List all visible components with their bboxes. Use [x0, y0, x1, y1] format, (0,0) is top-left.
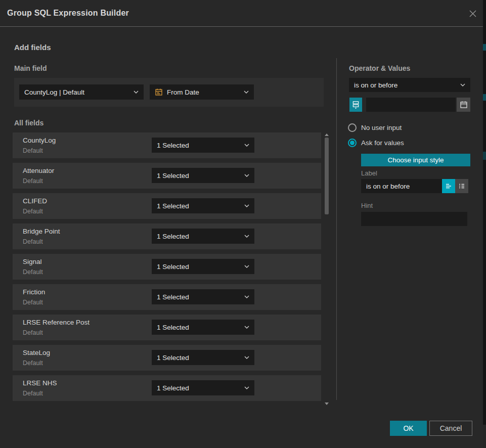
screen: Group SQL Expression Builder Add fields …: [0, 0, 486, 448]
background-fleck: [483, 94, 486, 101]
background-fleck: [483, 152, 486, 160]
date-picker-button[interactable]: [457, 98, 470, 112]
chevron-down-icon: [241, 204, 249, 207]
field-name: Bridge Point: [23, 228, 60, 235]
field-name: CountyLog: [23, 137, 56, 144]
field-row-lrse-nhs: LRSE NHS Default 1 Selected: [13, 375, 321, 401]
value-input[interactable]: [366, 98, 456, 112]
field-name: Attenuator: [23, 167, 54, 174]
scroll-down-arrow-icon[interactable]: [325, 402, 329, 405]
field-name: LRSE NHS: [23, 379, 57, 387]
field-sublabel: Default: [23, 147, 43, 154]
scrollbar-thumb[interactable]: [325, 138, 329, 214]
label-style-list-button[interactable]: [455, 179, 468, 193]
calendar-icon: [155, 88, 163, 96]
field-selection-select[interactable]: 1 Selected: [152, 229, 254, 244]
field-selection-select[interactable]: 1 Selected: [152, 168, 254, 183]
align-left-lines-icon: [445, 182, 453, 190]
field-name: Friction: [23, 288, 45, 296]
field-row-countylog: CountyLog Default 1 Selected: [13, 132, 321, 158]
field-sublabel: Default: [23, 268, 43, 276]
label-style-single-line-button[interactable]: [442, 179, 455, 193]
label-field-label: Label: [361, 169, 377, 177]
chevron-down-icon: [241, 235, 249, 238]
field-selection-select[interactable]: 1 Selected: [152, 320, 254, 335]
chevron-down-icon: [241, 174, 249, 177]
field-sublabel: Default: [23, 329, 43, 336]
close-icon: [469, 10, 477, 18]
background-fleck: [483, 44, 486, 51]
layer-select-value: CountyLog | Default: [24, 88, 84, 96]
field-name: StateLog: [23, 349, 50, 356]
selection-value: 1 Selected: [157, 354, 189, 362]
selection-value: 1 Selected: [157, 263, 189, 271]
dialog-title: Group SQL Expression Builder: [7, 9, 129, 18]
choose-input-style-button[interactable]: Choose input style: [361, 154, 470, 166]
radio-no-user-input[interactable]: No user input: [348, 123, 402, 132]
field-row-signal: Signal Default 1 Selected: [13, 254, 321, 280]
selection-value: 1 Selected: [157, 324, 189, 331]
calendar-icon: [460, 101, 468, 109]
radio-label: Ask for values: [361, 139, 404, 147]
field-row-statelog: StateLog Default 1 Selected: [13, 345, 321, 371]
chevron-down-icon: [241, 356, 249, 359]
main-field-label: Main field: [14, 64, 47, 72]
main-field-box: CountyLog | Default From Date: [14, 78, 324, 107]
titlebar: Group SQL Expression Builder: [0, 0, 483, 27]
radio-unselected-icon: [348, 123, 357, 132]
selection-value: 1 Selected: [157, 172, 189, 180]
chevron-down-icon: [241, 144, 249, 147]
field-name: LRSE Reference Post: [23, 319, 90, 326]
layer-select[interactable]: CountyLog | Default: [19, 84, 144, 100]
chevron-down-icon: [457, 83, 465, 86]
field-selection-select[interactable]: 1 Selected: [152, 380, 254, 395]
field-sublabel: Default: [23, 390, 43, 397]
background-app-edge: [483, 0, 486, 448]
label-input[interactable]: [361, 179, 442, 193]
scroll-up-arrow-icon[interactable]: [325, 133, 329, 136]
field-row-clifed: CLIFED Default 1 Selected: [13, 193, 321, 219]
field-sublabel: Default: [23, 299, 43, 306]
hint-field-label: Hint: [361, 202, 373, 209]
field-selection-select[interactable]: 1 Selected: [152, 350, 254, 365]
selection-value: 1 Selected: [157, 233, 189, 240]
field-selection-select[interactable]: 1 Selected: [152, 198, 254, 213]
ok-button[interactable]: OK: [390, 421, 427, 436]
selection-value: 1 Selected: [157, 384, 189, 392]
radio-selected-icon: [348, 139, 357, 147]
chevron-down-icon: [241, 265, 249, 268]
stacked-rows-dropdown-icon: [352, 100, 360, 109]
field-sublabel: Default: [23, 238, 43, 245]
radio-label: No user input: [361, 124, 402, 131]
field-row-attenuator: Attenuator Default 1 Selected: [13, 163, 321, 189]
list-scrollbar[interactable]: [324, 132, 330, 406]
field-name: Signal: [23, 258, 42, 265]
add-fields-heading: Add fields: [14, 43, 51, 52]
field-select[interactable]: From Date: [150, 84, 254, 100]
operator-values-heading: Operator & Values: [349, 64, 410, 72]
all-fields-label: All fields: [14, 119, 43, 127]
value-type-button[interactable]: [349, 98, 362, 112]
field-sublabel: Default: [23, 360, 43, 367]
field-selection-select[interactable]: 1 Selected: [152, 289, 254, 304]
field-sublabel: Default: [23, 208, 43, 215]
group-sql-expression-builder-dialog: Group SQL Expression Builder Add fields …: [0, 0, 483, 448]
all-fields-list: CountyLog Default 1 Selected Attenuator …: [13, 132, 321, 406]
hint-input[interactable]: [361, 212, 467, 226]
field-selection-select[interactable]: 1 Selected: [152, 138, 254, 153]
operator-select[interactable]: is on or before: [349, 78, 470, 92]
field-row-friction: Friction Default 1 Selected: [13, 284, 321, 310]
cancel-button[interactable]: Cancel: [429, 421, 472, 436]
field-name: CLIFED: [23, 197, 47, 205]
chevron-down-icon: [241, 386, 249, 389]
bulleted-list-icon: [458, 182, 466, 190]
close-button[interactable]: [467, 8, 478, 19]
field-row-lrse-reference-post: LRSE Reference Post Default 1 Selected: [13, 315, 321, 340]
chevron-down-icon: [241, 91, 249, 94]
chevron-down-icon: [241, 326, 249, 329]
field-sublabel: Default: [23, 177, 43, 185]
chevron-down-icon: [130, 91, 139, 94]
field-selection-select[interactable]: 1 Selected: [152, 259, 254, 274]
panel-divider: [336, 58, 337, 400]
radio-ask-for-values[interactable]: Ask for values: [348, 139, 404, 147]
